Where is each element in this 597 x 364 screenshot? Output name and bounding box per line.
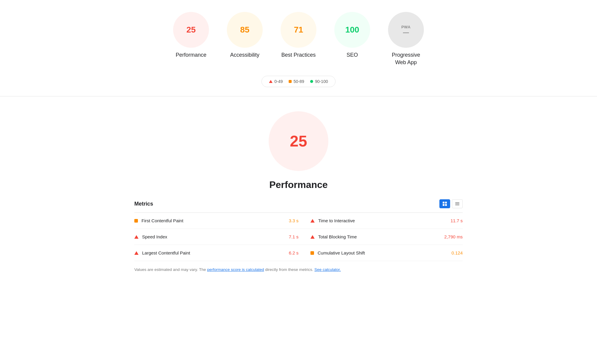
big-performance-score: 25 [290, 132, 307, 150]
grid-icon [442, 201, 447, 206]
cls-icon [310, 251, 314, 255]
performance-section-title: Performance [269, 179, 328, 190]
metrics-left-col: First Contentful Paint 3.3 s Speed Index… [134, 213, 298, 261]
legend-triangle-icon [269, 80, 273, 83]
score-card-performance: 25 Performance [173, 12, 209, 59]
gauge-best-practices[interactable]: 71 [281, 12, 316, 48]
gauge-seo[interactable]: 100 [334, 12, 370, 48]
metrics-title: Metrics [134, 201, 153, 207]
fcp-name: First Contentful Paint [141, 218, 285, 223]
metric-row-tti: Time to Interactive 11.7 s [298, 213, 463, 229]
gauge-performance[interactable]: 25 [173, 12, 209, 48]
metric-row-cls: Cumulative Layout Shift 0.124 [298, 245, 463, 261]
score-cards: 25 Performance 85 Accessibility [173, 12, 424, 66]
big-performance-gauge[interactable]: 25 [269, 111, 328, 171]
metric-row-lcp: Largest Contentful Paint 6.2 s [134, 245, 298, 261]
accessibility-label: Accessibility [230, 51, 259, 59]
legend-circle-icon [310, 80, 313, 83]
calculator-link[interactable]: See calculator. [314, 267, 341, 272]
best-practices-label: Best Practices [281, 51, 316, 59]
seo-label: SEO [347, 51, 358, 59]
list-view-button[interactable] [452, 199, 463, 208]
metric-row-tbt: Total Blocking Time 2,790 ms [298, 229, 463, 245]
perf-score-link[interactable]: performance score is calculated [207, 267, 264, 272]
performance-score: 25 [186, 26, 196, 34]
tti-name: Time to Interactive [318, 218, 447, 223]
score-card-accessibility: 85 Accessibility [227, 12, 263, 59]
cls-name: Cumulative Layout Shift [318, 250, 448, 255]
legend: 0-49 50-89 90-100 [261, 76, 335, 87]
lcp-value: 6.2 s [289, 250, 298, 255]
svg-rect-11 [443, 202, 444, 203]
metrics-grid: First Contentful Paint 3.3 s Speed Index… [134, 213, 463, 261]
si-value: 7.1 s [289, 234, 298, 239]
footer-mid: directly from these metrics. [264, 267, 314, 272]
metric-row-fcp: First Contentful Paint 3.3 s [134, 213, 298, 229]
score-card-pwa: PWA — ProgressiveWeb App [388, 12, 424, 66]
svg-rect-13 [443, 204, 444, 206]
lcp-name: Largest Contentful Paint [142, 250, 285, 255]
pwa-dash: — [403, 29, 409, 35]
bottom-section: 25 Performance Metrics [0, 96, 597, 287]
svg-rect-15 [455, 202, 459, 203]
tti-value: 11.7 s [450, 218, 463, 223]
lcp-icon [134, 251, 139, 255]
pwa-label: ProgressiveWeb App [392, 51, 420, 66]
performance-label: Performance [176, 51, 206, 59]
legend-item-low: 0-49 [269, 79, 283, 84]
top-section: 25 Performance 85 Accessibility [0, 0, 597, 96]
cls-value: 0.124 [451, 250, 463, 255]
metrics-right-col: Time to Interactive 11.7 s Total Blockin… [298, 213, 463, 261]
accessibility-score: 85 [240, 26, 249, 34]
tbt-icon [310, 235, 315, 239]
list-icon [455, 201, 460, 206]
grid-view-button[interactable] [439, 199, 450, 208]
best-practices-score: 71 [294, 26, 303, 34]
legend-square-icon [289, 80, 292, 83]
tbt-name: Total Blocking Time [318, 234, 441, 239]
gauge-accessibility[interactable]: 85 [227, 12, 263, 48]
svg-rect-17 [455, 205, 459, 205]
svg-rect-16 [455, 203, 459, 204]
seo-score: 100 [345, 26, 359, 34]
legend-low-label: 0-49 [274, 79, 283, 84]
pwa-label-text: PWA [401, 25, 410, 29]
si-name: Speed Index [142, 234, 285, 239]
si-icon [134, 235, 139, 239]
tti-icon [310, 219, 315, 223]
score-card-seo: 100 SEO [334, 12, 370, 59]
tbt-value: 2,790 ms [444, 234, 463, 239]
fcp-icon [134, 219, 138, 223]
legend-item-high: 90-100 [310, 79, 328, 84]
metrics-header: Metrics [134, 199, 463, 213]
legend-item-mid: 50-89 [289, 79, 304, 84]
svg-rect-14 [445, 204, 447, 206]
metrics-footer: Values are estimated and may vary. The p… [134, 261, 463, 278]
view-toggle [439, 199, 463, 208]
svg-rect-12 [445, 202, 447, 203]
score-card-best-practices: 71 Best Practices [281, 12, 316, 59]
metric-row-si: Speed Index 7.1 s [134, 229, 298, 245]
metrics-section: Metrics [134, 199, 463, 278]
gauge-pwa[interactable]: PWA — [388, 12, 424, 48]
footer-text: Values are estimated and may vary. The [134, 267, 207, 272]
legend-high-label: 90-100 [315, 79, 328, 84]
legend-mid-label: 50-89 [293, 79, 304, 84]
fcp-value: 3.3 s [289, 218, 298, 223]
